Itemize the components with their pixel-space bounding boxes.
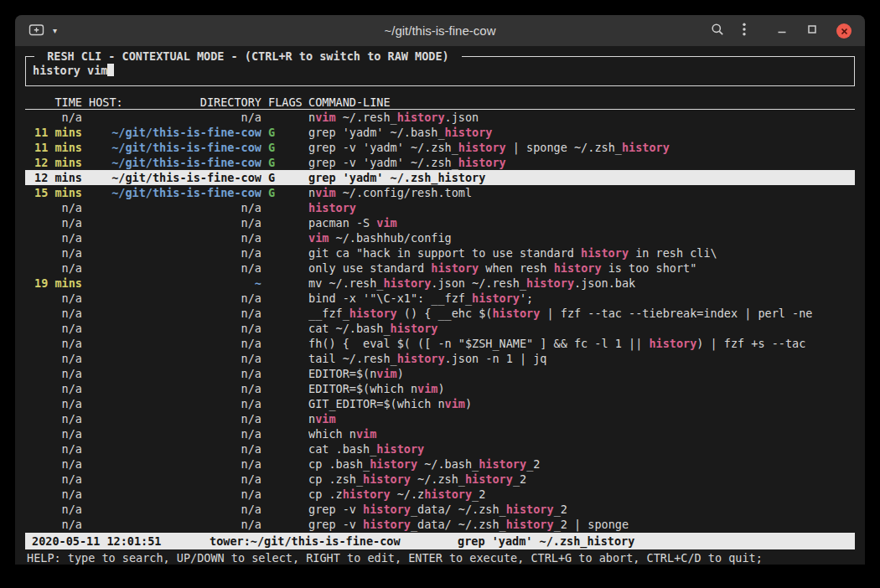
row-time: n/a <box>28 230 82 245</box>
row-flags <box>268 396 307 411</box>
table-row[interactable]: n/an/aonly use standard history when res… <box>25 260 855 276</box>
row-command: EDITOR=$(nvim) <box>308 366 852 381</box>
match-highlight: history <box>391 322 438 335</box>
row-time: n/a <box>28 381 82 396</box>
table-row[interactable]: 12 mins~/git/this-is-fine-cowGgrep -v 'y… <box>25 155 855 170</box>
row-command: mv ~/.resh_history.json ~/.resh_history.… <box>308 276 852 291</box>
minimize-icon <box>776 23 788 38</box>
match-highlight: history <box>308 201 356 214</box>
search-icon <box>711 23 724 39</box>
row-flags <box>268 215 307 230</box>
table-row[interactable]: 19 mins~mv ~/.resh_history.json ~/.resh_… <box>25 276 855 291</box>
row-host-directory: n/a <box>89 472 261 487</box>
row-host-directory: n/a <box>89 200 261 215</box>
minimize-button[interactable] <box>776 23 788 38</box>
table-row[interactable]: n/an/agit ca "hack in support to use sta… <box>25 245 855 260</box>
row-host-directory: ~/git/this-is-fine-cow <box>89 170 261 185</box>
row-time: n/a <box>28 291 82 306</box>
match-highlight: vim <box>376 367 396 380</box>
close-button[interactable] <box>836 23 852 39</box>
row-host-directory: n/a <box>89 366 261 381</box>
table-row[interactable]: n/an/acat .bash_history <box>25 441 855 456</box>
table-row[interactable]: n/an/atail ~/.resh_history.json -n 1 | j… <box>25 351 855 366</box>
table-row[interactable]: n/an/a__fzf_history () { __ehc $(history… <box>25 306 855 321</box>
row-flags <box>268 245 307 260</box>
tab-dropdown-button[interactable]: ▾ <box>53 26 57 35</box>
table-row[interactable]: n/an/acp .bash_history ~/.bash_history_2 <box>25 456 855 472</box>
row-command: cat .bash_history <box>308 441 852 456</box>
table-row[interactable]: n/an/aEDITOR=$(which nvim) <box>25 381 855 396</box>
restore-button[interactable] <box>806 23 818 38</box>
table-row[interactable]: n/an/acat ~/.bash_history <box>25 321 855 336</box>
row-time: 11 mins <box>28 125 82 140</box>
status-location: tower:~/git/this-is-fine-cow <box>210 533 458 549</box>
match-highlight: vim <box>417 382 437 395</box>
match-highlight: history <box>506 503 554 516</box>
row-command: cp .zsh_history ~/.zsh_history_2 <box>308 472 852 487</box>
row-command: nvim ~/.config/resh.toml <box>308 185 852 200</box>
table-row[interactable]: n/an/acp .zhistory ~/.zhistory_2 <box>25 487 855 502</box>
table-row[interactable]: n/an/anvim ~/.resh_history.json <box>25 110 855 125</box>
row-host-directory: n/a <box>89 321 261 336</box>
new-tab-button[interactable] <box>28 23 44 39</box>
table-row[interactable]: n/an/aGIT_EDITOR=$(which nvim) <box>25 396 855 411</box>
table-row[interactable]: 11 mins~/git/this-is-fine-cowGgrep 'yadm… <box>25 125 855 140</box>
row-flags <box>268 456 307 472</box>
row-flags <box>268 381 307 396</box>
row-flags <box>268 110 307 125</box>
row-time: n/a <box>28 441 82 456</box>
row-time: 11 mins <box>28 140 82 155</box>
table-row[interactable]: n/an/afh() { eval $( ([ -n "$ZSH_NAME" ]… <box>25 336 855 351</box>
table-row[interactable]: 11 mins~/git/this-is-fine-cowGgrep -v 'y… <box>25 140 855 155</box>
row-flags: G <box>268 185 307 200</box>
table-row[interactable]: n/an/ahistory <box>25 200 855 215</box>
row-flags <box>268 472 307 487</box>
row-flags <box>268 517 307 532</box>
row-time: n/a <box>28 215 82 230</box>
row-command: history <box>308 200 852 215</box>
menu-button[interactable] <box>743 23 746 39</box>
table-row[interactable]: n/an/apacman -S vim <box>25 215 855 230</box>
table-row[interactable]: n/an/abind -x '"\C-x1": __fzf_history'; <box>25 291 855 306</box>
titlebar: ▾ ~/git/this-is-fine-cow <box>15 15 865 46</box>
row-time: n/a <box>28 260 82 276</box>
row-host-directory: n/a <box>89 291 261 306</box>
row-host-directory: n/a <box>89 260 261 276</box>
table-row[interactable]: n/an/awhich nvim <box>25 426 855 441</box>
row-command: EDITOR=$(which nvim) <box>308 381 852 396</box>
row-command: which nvim <box>308 426 852 441</box>
table-row[interactable]: n/an/anvim <box>25 411 855 426</box>
row-time: n/a <box>28 306 82 321</box>
row-time: 12 mins <box>28 170 82 185</box>
table-row-selected[interactable]: 12 mins~/git/this-is-fine-cowGgrep 'yadm… <box>25 170 855 185</box>
search-button[interactable] <box>711 23 724 39</box>
header-host-directory: HOST:DIRECTORY <box>89 95 261 109</box>
search-query-text: history vim <box>33 64 107 77</box>
match-highlight: vim <box>315 412 335 426</box>
row-command: __fzf_history () { __ehc $(history | fzf… <box>308 306 852 321</box>
row-host-directory: n/a <box>89 215 261 230</box>
row-flags <box>268 230 307 245</box>
row-time: n/a <box>28 472 82 487</box>
table-row[interactable]: n/an/acp .zsh_history ~/.zsh_history_2 <box>25 472 855 487</box>
table-row[interactable]: n/an/agrep -v history_data/ ~/.zsh_histo… <box>25 502 855 517</box>
table-row[interactable]: n/an/agrep -v history_data/ ~/.zsh_histo… <box>25 517 855 532</box>
table-row[interactable]: n/an/avim ~/.bashhub/config <box>25 230 855 245</box>
row-host-directory: ~/git/this-is-fine-cow <box>89 125 261 140</box>
search-box[interactable]: RESH CLI - CONTEXTUAL MODE - (CTRL+R to … <box>25 56 855 86</box>
status-datetime: 2020-05-11 12:01:51 <box>32 533 210 549</box>
match-highlight: history <box>363 472 411 486</box>
table-row[interactable]: n/an/aEDITOR=$(nvim) <box>25 366 855 381</box>
new-tab-icon <box>28 23 44 39</box>
match-highlight: history <box>506 518 554 531</box>
row-host-directory: ~/git/this-is-fine-cow <box>89 155 261 170</box>
row-flags: G <box>268 155 307 170</box>
row-command: bind -x '"\C-x1": __fzf_history'; <box>308 291 852 306</box>
row-command: fh() { eval $( ([ -n "$ZSH_NAME" ] && fc… <box>308 336 852 351</box>
search-box-title: RESH CLI - CONTEXTUAL MODE - (CTRL+R to … <box>34 49 462 63</box>
match-highlight: vim <box>315 186 335 199</box>
table-row[interactable]: 15 mins~/git/this-is-fine-cowGnvim ~/.co… <box>25 185 855 200</box>
row-host-directory: n/a <box>89 456 261 472</box>
row-command: cp .zhistory ~/.zhistory_2 <box>308 487 852 502</box>
row-command: GIT_EDITOR=$(which nvim) <box>308 396 852 411</box>
